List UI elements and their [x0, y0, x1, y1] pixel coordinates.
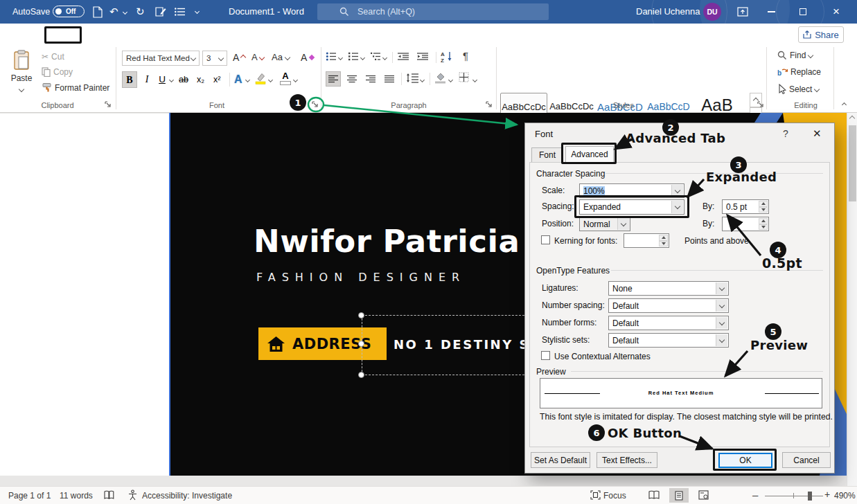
accessibility-icon[interactable] — [127, 489, 138, 501]
underline-button[interactable]: U — [157, 71, 168, 88]
zoom-level[interactable]: 490% — [834, 491, 856, 501]
text-effects-chevron-icon[interactable] — [245, 78, 250, 82]
chevron-down-icon[interactable] — [716, 317, 727, 329]
focus-icon[interactable] — [590, 490, 601, 500]
proofing-icon[interactable] — [104, 490, 114, 500]
set-as-default-button[interactable]: Set As Default — [531, 452, 590, 468]
font-size-combobox[interactable]: 3 — [202, 51, 227, 66]
align-left-button[interactable] — [326, 71, 341, 87]
scrollbar-thumb[interactable] — [849, 125, 856, 201]
strikethrough-button[interactable]: ab — [179, 71, 188, 88]
dialog-close-button[interactable]: ✕ — [813, 127, 822, 140]
selection-handle-middle[interactable] — [358, 341, 364, 347]
select-button[interactable]: Select — [777, 84, 819, 94]
selection-handle-top[interactable] — [358, 312, 364, 318]
ribbon-display-options-icon[interactable] — [737, 7, 748, 17]
multilevel-list-button[interactable] — [370, 52, 381, 61]
position-combobox[interactable]: Normal — [579, 217, 630, 231]
zoom-slider-thumb[interactable] — [808, 492, 812, 501]
read-mode-icon[interactable] — [648, 490, 660, 500]
subscript-button[interactable]: x₂ — [197, 71, 204, 88]
replace-button[interactable]: b Replace — [777, 67, 821, 77]
font-name-combobox[interactable]: Red Hat Text Med — [122, 51, 200, 66]
scroll-up-icon[interactable] — [849, 116, 855, 121]
numbering-button[interactable] — [348, 52, 359, 61]
list-icon[interactable] — [175, 8, 185, 16]
user-name[interactable]: Daniel Uchenna — [636, 6, 700, 17]
editing-view-icon[interactable] — [155, 6, 166, 17]
quick-access-chevron-icon[interactable] — [195, 9, 200, 14]
zoom-slider-track[interactable] — [765, 496, 823, 496]
chevron-down-icon[interactable] — [716, 282, 727, 294]
highlight-button[interactable] — [255, 72, 266, 84]
borders-button[interactable] — [459, 72, 470, 83]
chevron-down-icon[interactable] — [716, 300, 727, 312]
clipboard-dialog-launcher[interactable] — [104, 100, 112, 108]
accessibility-status[interactable]: Accessibility: Investigate — [142, 491, 232, 501]
find-button[interactable]: Find — [777, 51, 813, 60]
copy-button[interactable]: Copy — [42, 67, 73, 77]
redo-icon[interactable]: ↻ — [136, 0, 145, 24]
number-forms-combobox[interactable]: Default — [608, 316, 729, 330]
line-spacing-chevron-icon[interactable] — [420, 78, 425, 82]
selection-handle-bottom[interactable] — [358, 372, 364, 378]
chevron-down-icon[interactable] — [716, 334, 727, 346]
align-center-button[interactable] — [344, 71, 360, 87]
undo-chevron-icon[interactable] — [123, 10, 127, 15]
format-painter-button[interactable]: Format Painter — [42, 82, 109, 93]
web-layout-icon[interactable] — [698, 490, 709, 500]
new-file-icon[interactable] — [93, 6, 103, 18]
print-layout-button[interactable] — [669, 488, 689, 503]
share-button[interactable]: Share — [798, 26, 844, 43]
shrink-font-button[interactable]: A — [251, 52, 264, 62]
cut-button[interactable]: ✂Cut — [42, 52, 64, 62]
kerning-spinner[interactable] — [624, 233, 669, 248]
superscript-button[interactable]: x² — [213, 71, 220, 88]
stylistic-sets-combobox[interactable]: Default — [608, 333, 729, 348]
bullets-button[interactable] — [326, 52, 337, 61]
align-right-button[interactable] — [363, 71, 378, 87]
avatar[interactable]: DU — [703, 3, 721, 21]
font-color-button[interactable]: A — [280, 71, 291, 85]
text-effects-button[interactable]: A — [234, 71, 242, 88]
numbering-chevron-icon[interactable] — [360, 55, 365, 60]
ligatures-combobox[interactable]: None — [608, 281, 729, 296]
borders-chevron-icon[interactable] — [472, 78, 477, 82]
cancel-button[interactable]: Cancel — [782, 452, 831, 468]
maximize-button[interactable] — [799, 8, 806, 15]
styles-dialog-launcher[interactable] — [757, 100, 764, 108]
change-case-button[interactable]: Aa — [272, 52, 290, 62]
decrease-indent-button[interactable] — [397, 52, 409, 61]
zoom-out-button[interactable]: – — [752, 489, 758, 501]
contextual-alternates-checkbox[interactable] — [541, 351, 550, 360]
bullets-chevron-icon[interactable] — [338, 55, 343, 60]
underline-chevron-icon[interactable] — [169, 78, 174, 82]
undo-icon[interactable]: ↶ — [109, 0, 118, 24]
spinner-buttons[interactable] — [759, 218, 768, 230]
number-spacing-combobox[interactable]: Default — [608, 298, 729, 313]
highlight-chevron-icon[interactable] — [268, 78, 273, 82]
show-hide-pilcrow-button[interactable]: ¶ — [463, 50, 468, 62]
zoom-in-button[interactable]: + — [824, 489, 830, 500]
multilevel-chevron-icon[interactable] — [382, 55, 387, 60]
font-color-chevron-icon[interactable] — [293, 78, 298, 82]
shading-chevron-icon[interactable] — [448, 78, 453, 82]
chevron-down-icon[interactable] — [617, 218, 629, 230]
position-by-spinner[interactable] — [722, 217, 769, 231]
search-input[interactable]: Search (Alt+Q) — [317, 3, 549, 20]
text-effects-button-dialog[interactable]: Text Effects... — [597, 452, 657, 468]
bold-button[interactable]: B — [122, 71, 137, 88]
grow-font-button[interactable]: A — [233, 52, 245, 63]
spinner-buttons[interactable] — [659, 235, 668, 246]
autosave-toggle[interactable]: Off — [53, 6, 85, 17]
font-dialog-launcher[interactable] — [311, 100, 319, 108]
focus-label[interactable]: Focus — [603, 491, 626, 501]
paragraph-dialog-launcher[interactable] — [485, 100, 493, 108]
increase-indent-button[interactable] — [416, 52, 429, 61]
dialog-tab-font[interactable]: Font — [531, 147, 563, 163]
page-indicator[interactable]: Page 1 of 1 — [8, 491, 51, 501]
spacing-by-spinner[interactable]: 0.5 pt — [722, 199, 769, 214]
paste-button[interactable]: Paste — [6, 48, 37, 100]
shading-button[interactable] — [434, 72, 446, 84]
line-spacing-button[interactable] — [406, 73, 418, 83]
